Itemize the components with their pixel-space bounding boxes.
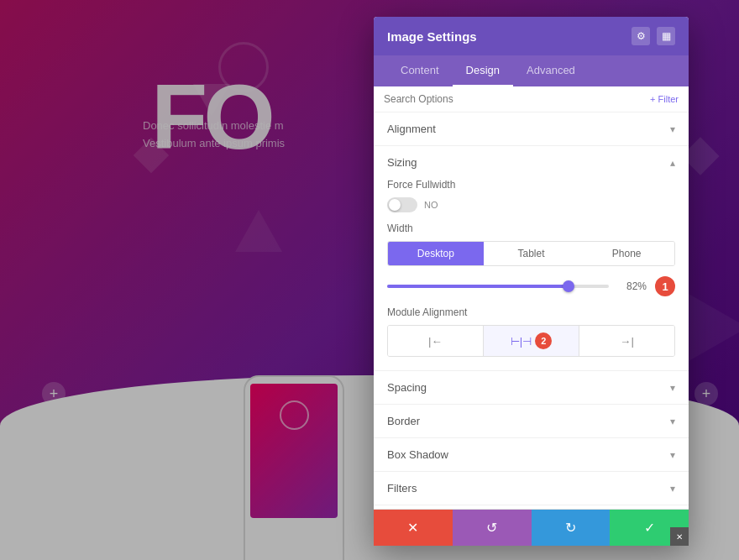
spacing-section-header[interactable]: Spacing ▾	[374, 371, 689, 404]
align-center-icon: ⊢|⊣	[511, 335, 532, 348]
sizing-section-title: Sizing	[387, 156, 417, 169]
tab-content[interactable]: Content	[387, 55, 453, 86]
box-shadow-chevron-icon: ▾	[670, 449, 675, 461]
sizing-section-header[interactable]: Sizing ▴	[374, 146, 689, 179]
toggle-row: NO	[387, 197, 675, 212]
box-shadow-section: Box Shadow ▾	[374, 438, 689, 472]
width-label: Width	[387, 222, 675, 234]
badge-2: 2	[535, 332, 552, 349]
slider-thumb	[563, 280, 574, 292]
spacing-chevron-icon: ▾	[670, 382, 675, 394]
alignment-section-title: Alignment	[387, 123, 436, 135]
modal-header: Image Settings ⚙ ▦	[374, 17, 689, 55]
toggle-label: NO	[424, 200, 438, 210]
tab-advanced[interactable]: Advanced	[513, 55, 589, 86]
device-tab-tablet[interactable]: Tablet	[484, 242, 579, 265]
force-fullwidth-label: Force Fullwidth	[387, 179, 675, 191]
image-settings-modal: Image Settings ⚙ ▦ Content Design Advanc…	[374, 17, 689, 546]
toggle-knob	[389, 199, 401, 211]
redo-button[interactable]: ↻	[532, 510, 611, 546]
slider-value: 82%	[617, 280, 647, 292]
device-tabs: Desktop Tablet Phone	[387, 241, 675, 266]
box-shadow-section-header[interactable]: Box Shadow ▾	[374, 438, 689, 471]
border-section-title: Border	[387, 415, 420, 427]
spacing-section: Spacing ▾	[374, 371, 689, 405]
sizing-section: Sizing ▴ Force Fullwidth NO Width Deskto…	[374, 146, 689, 371]
search-input[interactable]	[384, 93, 650, 105]
alignment-section-header[interactable]: Alignment ▾	[374, 113, 689, 145]
align-right-button[interactable]: →|	[579, 326, 674, 356]
sizing-section-body: Force Fullwidth NO Width Desktop Tablet …	[374, 179, 689, 370]
align-left-button[interactable]: |←	[388, 326, 484, 356]
sizing-chevron-icon: ▴	[670, 157, 675, 169]
align-center-button[interactable]: ⊢|⊣ 2	[484, 326, 579, 356]
width-slider-row: 82% 1	[387, 276, 675, 296]
border-section: Border ▾	[374, 405, 689, 438]
box-shadow-section-title: Box Shadow	[387, 448, 448, 461]
close-button[interactable]: ✕	[670, 527, 689, 546]
spacing-section-title: Spacing	[387, 381, 427, 394]
modal-content: Alignment ▾ Sizing ▴ Force Fullwidth NO	[374, 113, 689, 509]
filters-section-header[interactable]: Filters ▾	[374, 472, 689, 505]
layout-icon[interactable]: ▦	[657, 27, 675, 45]
modal-header-icons: ⚙ ▦	[632, 27, 675, 45]
undo-button[interactable]: ↺	[453, 510, 532, 546]
modal-footer: ✕ ↺ ↻ ✓ ✕	[374, 509, 689, 546]
slider-fill	[387, 285, 569, 288]
filters-chevron-icon: ▾	[670, 483, 675, 495]
align-right-icon: →|	[620, 335, 634, 348]
filters-section: Filters ▾	[374, 472, 689, 505]
badge-1: 1	[655, 276, 675, 296]
alignment-chevron-icon: ▾	[670, 123, 675, 135]
search-bar: + Filter	[374, 86, 689, 113]
module-alignment-buttons: |← ⊢|⊣ 2 →|	[387, 325, 675, 357]
modal-tabs: Content Design Advanced	[374, 55, 689, 86]
align-left-icon: |←	[428, 335, 443, 348]
force-fullwidth-toggle[interactable]	[387, 197, 417, 212]
module-alignment-label: Module Alignment	[387, 306, 675, 318]
modal-title: Image Settings	[387, 29, 477, 44]
filters-section-title: Filters	[387, 482, 417, 495]
filter-button[interactable]: + Filter	[650, 94, 679, 104]
device-tab-phone[interactable]: Phone	[579, 242, 674, 265]
tab-design[interactable]: Design	[453, 55, 513, 86]
settings-icon[interactable]: ⚙	[632, 27, 650, 45]
device-tab-desktop[interactable]: Desktop	[388, 242, 484, 265]
border-section-header[interactable]: Border ▾	[374, 405, 689, 437]
border-chevron-icon: ▾	[670, 416, 675, 427]
width-slider[interactable]	[387, 285, 609, 288]
alignment-section: Alignment ▾	[374, 113, 689, 146]
cancel-button[interactable]: ✕	[374, 510, 453, 546]
